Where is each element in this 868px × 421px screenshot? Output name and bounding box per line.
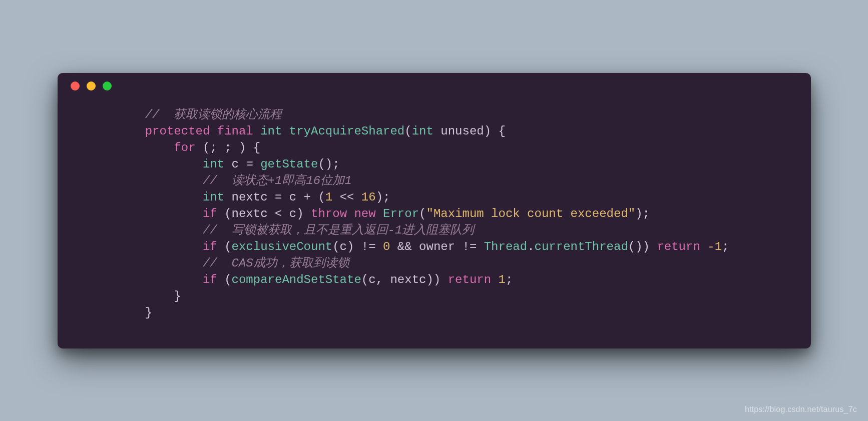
line-11: if (compareAndSetState(c, nextc)) return… [88,273,513,286]
line-13: } [88,306,153,320]
stage: // 获取读锁的核心流程 protected final int tryAcqu… [0,0,868,421]
line-12: } [88,290,181,303]
code-window: // 获取读锁的核心流程 protected final int tryAcqu… [58,73,811,348]
comment: // 获取读锁的核心流程 [145,108,282,122]
line-6: int nextc = c + (1 << 16); [88,190,390,204]
func-tryAcquireShared: tryAcquireShared [289,124,404,138]
minimize-icon[interactable] [87,82,96,90]
comment: // CAS成功，获取到读锁 [203,256,349,270]
keyword-for: for [174,141,195,154]
line-1: // 获取读锁的核心流程 [88,108,282,122]
comment: // 写锁被获取，且不是重入返回-1进入阻塞队列 [203,224,474,237]
line-9: if (exclusiveCount(c) != 0 && owner != T… [88,240,729,254]
line-10: // CAS成功，获取到读锁 [88,256,349,270]
line-8: // 写锁被获取，且不是重入返回-1进入阻塞队列 [88,224,475,237]
line-4: int c = getState(); [88,158,340,171]
line-7: if (nextc < c) throw new Error("Maximum … [88,207,650,220]
close-icon[interactable] [71,82,80,90]
line-2: protected final int tryAcquireShared(int… [88,124,506,138]
keyword-protected: protected [145,124,210,138]
type-int: int [260,124,282,138]
code-block: // 获取读锁的核心流程 protected final int tryAcqu… [58,99,811,321]
line-5: // 读状态+1即高16位加1 [88,174,352,188]
line-3: for (; ; ) { [88,141,261,154]
window-titlebar [58,73,811,99]
string-literal: "Maximum lock count exceeded" [426,207,635,220]
keyword-final: final [217,124,253,138]
watermark-text: https://blog.csdn.net/taurus_7c [745,405,857,414]
comment: // 读状态+1即高16位加1 [203,174,352,188]
zoom-icon[interactable] [103,82,112,90]
